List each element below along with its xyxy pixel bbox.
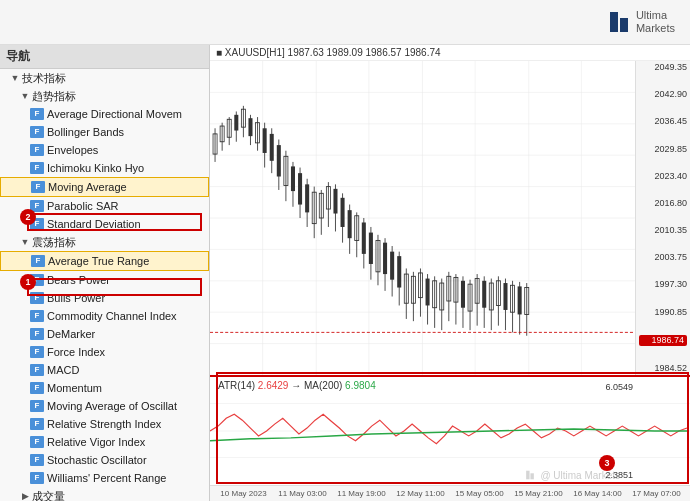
svg-rect-43	[298, 173, 302, 204]
f-badge: F	[30, 328, 44, 340]
indicator-label: ATR(14) 2.6429 → MA(200) 6.9804	[218, 380, 376, 391]
price-level-9: 1997.30	[639, 280, 687, 289]
svg-rect-35	[270, 134, 274, 161]
time-label-6: 15 May 21:00	[509, 489, 568, 498]
chart-info: XAUUSD[H1] 1987.63 1989.09 1986.57 1986.…	[225, 47, 441, 58]
f-badge: F	[30, 400, 44, 412]
tree-item-adm[interactable]: F Average Directional Movem	[0, 105, 209, 123]
price-level-11: 1984.52	[639, 364, 687, 373]
tree-item-rvi[interactable]: F Relative Vigor Index	[0, 433, 209, 451]
annotation-num-1: 1	[20, 274, 36, 290]
expand-icon-vol: ▶	[20, 491, 30, 501]
svg-rect-53	[333, 189, 337, 214]
main-chart[interactable]	[210, 61, 635, 375]
f-badge: F	[30, 454, 44, 466]
price-level-10: 1990.85	[639, 308, 687, 317]
expand-icon-osc: ▼	[20, 237, 30, 247]
svg-rect-33	[263, 128, 267, 153]
tree-item-wpr[interactable]: F Williams' Percent Range	[0, 469, 209, 487]
logo-icon	[608, 8, 630, 36]
ma-label: MA(200)	[304, 380, 345, 391]
svg-rect-101	[503, 283, 507, 310]
main-container: Ultima Markets 导航 ▼ 技术指标 ▼ 趋势指标 F Averag…	[0, 0, 690, 501]
tree-item-rsi[interactable]: F Relative Strength Index	[0, 415, 209, 433]
f-badge: F	[30, 144, 44, 156]
price-level-7: 2010.35	[639, 226, 687, 235]
price-level-8: 2003.75	[639, 253, 687, 262]
f-badge: F	[30, 108, 44, 120]
svg-rect-25	[234, 115, 238, 131]
tree-item-demarker[interactable]: F DeMarker	[0, 325, 209, 343]
f-badge: F	[30, 472, 44, 484]
price-level-1: 2049.35	[639, 63, 687, 72]
tree-item-force[interactable]: F Force Index	[0, 343, 209, 361]
svg-rect-71	[397, 256, 401, 287]
svg-rect-1	[620, 18, 628, 32]
time-label-5: 15 May 05:00	[450, 489, 509, 498]
expand-icon: ▼	[10, 73, 20, 83]
current-price-label: 1986.74	[639, 335, 687, 346]
f-badge: F	[30, 346, 44, 358]
indicator-top-right: 6.0549	[605, 382, 633, 392]
svg-rect-113	[531, 473, 534, 479]
f-badge: F	[30, 292, 44, 304]
time-label-3: 11 May 19:00	[332, 489, 391, 498]
svg-rect-0	[610, 12, 618, 32]
price-level-3: 2036.45	[639, 117, 687, 126]
chart-area: ■ XAUUSD[H1] 1987.63 1989.09 1986.57 198…	[210, 45, 690, 501]
chart-wrapper: 2049.35 2042.90 2036.45 2029.85 2023.40 …	[210, 61, 690, 375]
tree-item-trend[interactable]: ▼ 趋势指标	[0, 87, 209, 105]
svg-rect-112	[527, 471, 530, 480]
chart-title-bar: ■ XAUUSD[H1] 1987.63 1989.09 1986.57 198…	[210, 45, 690, 61]
f-badge: F	[31, 255, 45, 267]
atr-value: 2.6429	[258, 380, 289, 391]
price-level-4: 2029.85	[639, 145, 687, 154]
annotation-num-2: 2	[20, 209, 36, 225]
tree-item-env[interactable]: F Envelopes	[0, 141, 209, 159]
time-label-1: 10 May 2023	[214, 489, 273, 498]
tree-item-osc[interactable]: ▼ 震荡指标	[0, 233, 209, 251]
tree-item-ma[interactable]: F Moving Average	[0, 177, 209, 197]
tree-item-ichi[interactable]: F Ichimoku Kinko Hyo	[0, 159, 209, 177]
sidebar-title: 导航	[0, 45, 209, 69]
candlestick-chart	[210, 61, 635, 375]
f-badge: F	[30, 418, 44, 430]
price-axis: 2049.35 2042.90 2036.45 2029.85 2023.40 …	[635, 61, 690, 375]
svg-rect-61	[362, 222, 366, 253]
tree-item-bulls[interactable]: F Bulls Power	[0, 289, 209, 307]
time-label-4: 12 May 11:00	[391, 489, 450, 498]
time-label-7: 16 May 14:00	[568, 489, 627, 498]
tree-item-macd[interactable]: F MACD	[0, 361, 209, 379]
svg-rect-69	[390, 252, 394, 280]
tree-item-tech[interactable]: ▼ 技术指标	[0, 69, 209, 87]
logo-text: Ultima Markets	[636, 9, 675, 35]
tree-item-volume[interactable]: ▶ 成交量	[0, 487, 209, 501]
svg-rect-89	[461, 281, 465, 308]
f-badge: F	[30, 382, 44, 394]
svg-rect-41	[291, 166, 295, 191]
tree-item-momentum[interactable]: F Momentum	[0, 379, 209, 397]
svg-rect-45	[305, 184, 309, 212]
svg-rect-37	[277, 145, 281, 176]
tree-item-maosc[interactable]: F Moving Average of Oscillat	[0, 397, 209, 415]
f-badge: F	[30, 162, 44, 174]
atr-label: ATR(14)	[218, 380, 258, 391]
chart-symbol: ■	[216, 47, 225, 58]
tree-item-bb[interactable]: F Bollinger Bands	[0, 123, 209, 141]
tree-item-atr[interactable]: F Average True Range	[0, 251, 209, 271]
price-level-2: 2042.90	[639, 90, 687, 99]
tree-item-cci[interactable]: F Commodity Channel Index	[0, 307, 209, 325]
svg-rect-63	[369, 233, 373, 264]
svg-rect-67	[383, 243, 387, 274]
ma-arrow: →	[291, 380, 301, 391]
price-level-6: 2016.80	[639, 199, 687, 208]
content-area: 导航 ▼ 技术指标 ▼ 趋势指标 F Average Directional M…	[0, 45, 690, 501]
time-axis: 10 May 2023 11 May 03:00 11 May 19:00 12…	[210, 485, 690, 501]
sidebar[interactable]: 导航 ▼ 技术指标 ▼ 趋势指标 F Average Directional M…	[0, 45, 210, 501]
svg-rect-95	[482, 281, 486, 308]
f-badge: F	[30, 436, 44, 448]
logo-area: Ultima Markets	[608, 8, 675, 36]
expand-icon-trend: ▼	[20, 91, 30, 101]
tree-item-stoch[interactable]: F Stochastic Oscillator	[0, 451, 209, 469]
f-badge: F	[30, 126, 44, 138]
